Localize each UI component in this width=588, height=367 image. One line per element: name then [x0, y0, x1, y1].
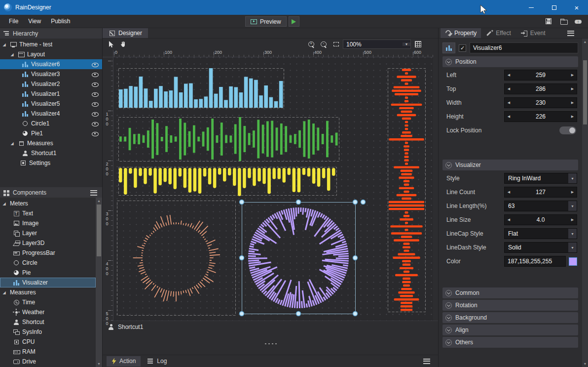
- stepper-line-size[interactable]: ◀4.0▶: [504, 214, 577, 225]
- visualizer6-ring-purple[interactable]: [240, 200, 366, 316]
- menu-view[interactable]: View: [23, 15, 46, 28]
- toggle-lock-position[interactable]: [559, 126, 576, 134]
- eye-icon[interactable]: [91, 110, 98, 117]
- hierarchy-item-visualizer5[interactable]: Visualizer5: [0, 99, 102, 109]
- scroll-up-icon[interactable]: ▲: [584, 40, 587, 44]
- selection-handle[interactable]: [353, 312, 358, 316]
- selection-handle[interactable]: [361, 200, 366, 204]
- component-item-ram[interactable]: RAM: [0, 347, 96, 357]
- zoom-out-button[interactable]: [318, 40, 329, 49]
- zoom-select[interactable]: 100% ▼: [343, 40, 411, 49]
- stepper-height[interactable]: ◀226▶: [504, 111, 577, 122]
- component-item-circle[interactable]: Circle: [0, 258, 96, 268]
- menu-publish[interactable]: Publish: [46, 15, 75, 28]
- scrollbar-thumb[interactable]: [97, 204, 101, 256]
- component-item-time[interactable]: Time: [0, 297, 96, 307]
- hierarchy-item-visualizer3[interactable]: Visualizer3: [0, 69, 102, 79]
- section-header-rotation[interactable]: Rotation: [442, 300, 578, 311]
- hierarchy-item-layout[interactable]: ◢Layout: [0, 49, 102, 59]
- stepper-left[interactable]: ◀259▶: [504, 70, 577, 81]
- hierarchy-item-visualizer2[interactable]: Visualizer2: [0, 79, 102, 89]
- selection-handle[interactable]: [240, 312, 244, 316]
- tab-designer[interactable]: Designer: [103, 28, 148, 38]
- component-item-cpu[interactable]: CPU: [0, 337, 96, 347]
- splitter-grip-icon[interactable]: [264, 343, 277, 345]
- eye-icon[interactable]: [91, 100, 98, 107]
- pill-visualizer-yellow[interactable]: [119, 167, 337, 197]
- hierarchy-item-pie1[interactable]: Pie1: [0, 128, 102, 138]
- decrement-arrow-icon[interactable]: ◀: [505, 115, 513, 119]
- components-group-meters[interactable]: ◢Meters: [0, 199, 96, 208]
- menu-icon[interactable]: [423, 358, 430, 365]
- selection-handle[interactable]: [240, 200, 244, 204]
- expander-icon[interactable]: ◢: [1, 202, 7, 206]
- components-group-measures[interactable]: ◢Measures: [0, 287, 96, 297]
- expander-icon[interactable]: ◢: [9, 141, 15, 146]
- tab-action[interactable]: Action: [107, 356, 141, 367]
- section-header-common[interactable]: Common: [442, 287, 578, 298]
- increment-arrow-icon[interactable]: ▶: [568, 101, 577, 105]
- components-scrollbar[interactable]: ▲ ▼: [96, 198, 102, 367]
- ring-visualizer-orange[interactable]: [117, 201, 236, 316]
- meter-type-button[interactable]: [442, 42, 455, 53]
- stepper-line-count[interactable]: ◀127▶: [504, 187, 577, 198]
- decrement-arrow-icon[interactable]: ◀: [505, 101, 513, 105]
- component-item-text[interactable]: Text: [0, 208, 96, 218]
- hierarchy-item-visualizer4[interactable]: Visualizer4: [0, 109, 102, 119]
- decrement-arrow-icon[interactable]: ◀: [505, 73, 513, 77]
- component-item-sysinfo[interactable]: SysInfo: [0, 327, 96, 337]
- scroll-up-icon[interactable]: ▲: [97, 199, 101, 203]
- bottom-splitter[interactable]: [103, 332, 438, 355]
- hierarchy-item-visualizer1[interactable]: Visualizer1: [0, 89, 102, 99]
- zoom-in-button[interactable]: [306, 40, 317, 49]
- menu-icon[interactable]: [567, 30, 574, 37]
- decrement-arrow-icon[interactable]: ◀: [505, 87, 513, 91]
- visible-checkbox[interactable]: [459, 44, 466, 52]
- decrement-arrow-icon[interactable]: ◀: [505, 218, 513, 222]
- color-value-input[interactable]: [504, 256, 566, 267]
- pointer-tool-button[interactable]: [106, 40, 116, 49]
- component-item-layer3d[interactable]: Layer3D: [0, 238, 96, 248]
- increment-arrow-icon[interactable]: ▶: [568, 87, 577, 91]
- section-header-position[interactable]: Position: [442, 56, 578, 67]
- maximize-button[interactable]: [543, 0, 565, 15]
- increment-arrow-icon[interactable]: ▶: [568, 190, 577, 194]
- tab-log[interactable]: Log: [142, 356, 172, 367]
- selection-handle[interactable]: [353, 200, 358, 204]
- menu-file[interactable]: File: [4, 15, 23, 28]
- section-header-align[interactable]: Align: [442, 325, 578, 335]
- selection-handle[interactable]: [240, 256, 244, 260]
- component-item-weather[interactable]: Weather: [0, 307, 96, 317]
- dropdown-line-length[interactable]: 63▼: [504, 201, 577, 211]
- stepper-width[interactable]: ◀230▶: [504, 97, 577, 108]
- component-item-layer[interactable]: Layer: [0, 228, 96, 238]
- eye-icon[interactable]: [91, 120, 98, 127]
- expander-icon[interactable]: ◢: [9, 52, 15, 57]
- selection-handle[interactable]: [296, 200, 301, 204]
- scroll-down-icon[interactable]: ▼: [97, 362, 101, 366]
- component-item-progressbar[interactable]: ProgressBar: [0, 248, 96, 258]
- hierarchy-item-shortcut1[interactable]: Shortcut1: [0, 148, 102, 158]
- bar-visualizer-blue[interactable]: [119, 68, 284, 108]
- expander-icon[interactable]: ◢: [1, 290, 7, 295]
- decrement-arrow-icon[interactable]: ◀: [505, 190, 513, 194]
- eye-icon[interactable]: [91, 61, 98, 68]
- menu-icon[interactable]: [90, 189, 97, 196]
- eye-icon[interactable]: [91, 71, 98, 78]
- dropdown-linecap-style[interactable]: Flat▼: [504, 228, 577, 239]
- increment-arrow-icon[interactable]: ▶: [568, 73, 577, 77]
- component-item-image[interactable]: Image: [0, 218, 96, 228]
- hierarchy-item-circle1[interactable]: Circle1: [0, 119, 102, 128]
- eye-icon[interactable]: [91, 90, 98, 97]
- component-item-drive[interactable]: Drive: [0, 357, 96, 367]
- zoom-fit-button[interactable]: [331, 40, 341, 49]
- eye-icon[interactable]: [91, 81, 98, 87]
- scrollbar-thumb[interactable]: [583, 60, 587, 124]
- design-canvas[interactable]: [113, 57, 433, 321]
- component-item-visualizer[interactable]: Visualizer: [0, 278, 96, 287]
- hierarchy-item-theme-test[interactable]: ◢Theme - test: [0, 40, 102, 49]
- canvas-artboard[interactable]: [113, 57, 433, 321]
- bar-visualizer-green[interactable]: [119, 117, 339, 162]
- increment-arrow-icon[interactable]: ▶: [568, 115, 577, 119]
- color-swatch[interactable]: [569, 257, 577, 266]
